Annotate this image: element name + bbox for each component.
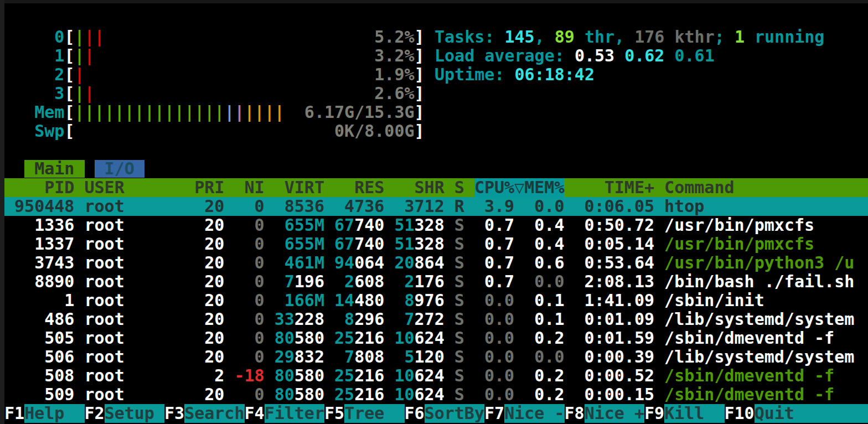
process-row[interactable]: 1 root 20 0 166M 14480 8976 S 0.0 0.1 1:… <box>4 291 868 310</box>
load-average: Load average: 0.53 0.62 0.61 <box>435 46 715 65</box>
process-row[interactable]: 509 root 20 0 80580 25216 10624 S 0.0 0.… <box>4 385 868 404</box>
fkey-action-label: Help <box>24 404 84 423</box>
text-segment: 580 <box>294 329 324 348</box>
text-segment: 0.7 0.6 0:53.64 <box>464 254 664 272</box>
text-segment: /lib/systemd/system <box>664 310 854 329</box>
cpu-meter-3: 3[|| 2.6%] <box>4 84 868 103</box>
text-segment: /sbin/init <box>664 291 764 310</box>
fkey-f5[interactable]: F5Tree <box>324 404 405 423</box>
text-segment: 0 <box>234 310 264 329</box>
process-row[interactable]: 505 root 20 0 80580 25216 10624 S 0.0 0.… <box>4 329 868 348</box>
column-headers-right[interactable]: TIME+ Command <box>564 178 734 197</box>
fkey-f7[interactable]: F7Nice - <box>484 404 565 423</box>
meter-bar: | <box>95 103 105 122</box>
text-segment: 7 <box>404 310 414 329</box>
tab-main[interactable]: Main <box>24 160 84 178</box>
process-row[interactable]: 3743 root 20 0 461M 94064 20864 S 0.7 0.… <box>4 254 868 272</box>
text-segment: 461M <box>275 254 324 272</box>
meter-bar: | <box>245 103 255 122</box>
text-segment: Load average: <box>435 46 575 65</box>
fkey-f4[interactable]: F4Filter <box>245 404 325 423</box>
meter-bar: | <box>154 103 164 122</box>
text-segment: 064 <box>354 254 384 272</box>
meter-bar: | <box>85 103 95 122</box>
text-segment: 25 <box>334 329 354 348</box>
meter-bar: | <box>74 84 84 103</box>
process-row[interactable]: 1337 root 20 0 655M 67740 51328 S 0.7 0.… <box>4 235 868 254</box>
text-segment: S <box>454 348 464 366</box>
process-row[interactable]: 508 root 2 -18 80580 25216 10624 S 0.0 0… <box>4 366 868 385</box>
fkey-action-label: Filter <box>265 404 324 423</box>
text-segment: 1 <box>735 28 745 46</box>
fkey-f2[interactable]: F2Setup <box>85 404 165 423</box>
text-segment: 608 <box>354 272 384 291</box>
fkey-f9[interactable]: F9Kill <box>644 404 725 423</box>
tab-io[interactable]: I/O <box>95 160 144 178</box>
text-segment <box>445 291 454 310</box>
text-segment <box>384 235 394 254</box>
text-segment: 25 <box>334 366 354 385</box>
text-segment <box>384 310 404 329</box>
fkey-action-label: SortBy <box>425 404 484 423</box>
column-headers-left[interactable]: PID USER PRI NI VIRT RES SHR S <box>4 178 474 197</box>
text-segment: 29 <box>275 348 294 366</box>
screen-tabs: Main I/O <box>4 159 868 178</box>
column-header-cpu-sort[interactable]: CPU%▽MEM% <box>474 178 565 197</box>
meter-bar: | <box>184 103 194 122</box>
text-segment <box>324 348 344 366</box>
meter-bar: | <box>174 103 184 122</box>
function-key-row: F1Help F2Setup F3SearchF4FilterF5Tree F6… <box>4 404 868 423</box>
fkey-f8[interactable]: F8Nice + <box>565 404 645 423</box>
uptime: Uptime: 06:18:42 <box>435 65 595 84</box>
text-segment: 976 <box>415 291 445 310</box>
text-segment <box>464 348 474 366</box>
text-segment: /usr/bin/pmxcfs <box>664 216 814 235</box>
load-average-line: Load average: 0.53 0.62 0.61 <box>4 46 868 65</box>
text-segment: 216 <box>354 329 384 348</box>
text-segment <box>464 385 474 404</box>
text-segment: S <box>454 216 464 235</box>
tab-spacer <box>85 159 95 178</box>
text-segment <box>384 329 394 348</box>
text-segment <box>384 272 404 291</box>
fkey-action-label: Quit <box>755 404 794 423</box>
meter-bars: ||||||||||||||||||||| <box>74 103 284 122</box>
process-row[interactable]: 486 root 20 0 33228 8296 7272 S 0.0 0.1 … <box>4 310 868 329</box>
text-segment <box>445 329 454 348</box>
meter-bar: | <box>135 103 144 122</box>
fkey-f10[interactable]: F10Quit <box>725 404 868 423</box>
fkey-f3[interactable]: F3Search <box>164 404 245 423</box>
process-row[interactable]: 1336 root 20 0 655M 67740 51328 S 0.7 0.… <box>4 216 868 235</box>
fkey-f1[interactable]: F1Help <box>4 404 85 423</box>
text-segment: 580 <box>294 366 324 385</box>
text-segment: Uptime: <box>435 65 515 84</box>
text-segment: 328 <box>415 216 445 235</box>
fkey-f6[interactable]: F6SortBy <box>405 404 485 423</box>
text-segment: 0.0 <box>474 366 514 385</box>
fkey-action-label: Search <box>184 404 244 423</box>
meter-bar: | <box>74 103 84 122</box>
tasks-summary-line: Tasks: 145, 89 thr, 176 kthr; 1 running <box>4 28 868 46</box>
text-segment <box>324 272 344 291</box>
text-segment: 480 <box>354 291 384 310</box>
text-segment: 216 <box>354 366 384 385</box>
meter-bar: | <box>105 103 115 122</box>
meter-bar: | <box>234 103 244 122</box>
meter-bar: | <box>275 103 285 122</box>
meter-open-bracket: [ <box>64 122 74 141</box>
meter-label: Mem <box>4 103 64 122</box>
fkey-number: F8 <box>565 404 585 423</box>
fkey-number: F1 <box>4 404 24 423</box>
process-row[interactable]: 506 root 20 0 29832 7808 5120 S 0.0 0.0 … <box>4 348 868 366</box>
fkey-number: F6 <box>405 404 425 423</box>
text-segment: 8890 root 20 <box>4 272 234 291</box>
text-segment: 0.0 <box>524 272 564 291</box>
text-segment <box>324 216 334 235</box>
meter-close-bracket: ] <box>415 122 425 141</box>
text-segment <box>324 366 334 385</box>
meter-bar: | <box>144 103 154 122</box>
text-segment <box>445 216 454 235</box>
process-row[interactable]: 8890 root 20 0 7196 2608 2176 S 0.7 0.0 … <box>4 272 868 291</box>
meter-value: 0K/8.00G <box>74 122 414 141</box>
process-row-selected[interactable]: 950448 root 20 0 8536 4736 3712 R 3.9 0.… <box>4 197 868 216</box>
